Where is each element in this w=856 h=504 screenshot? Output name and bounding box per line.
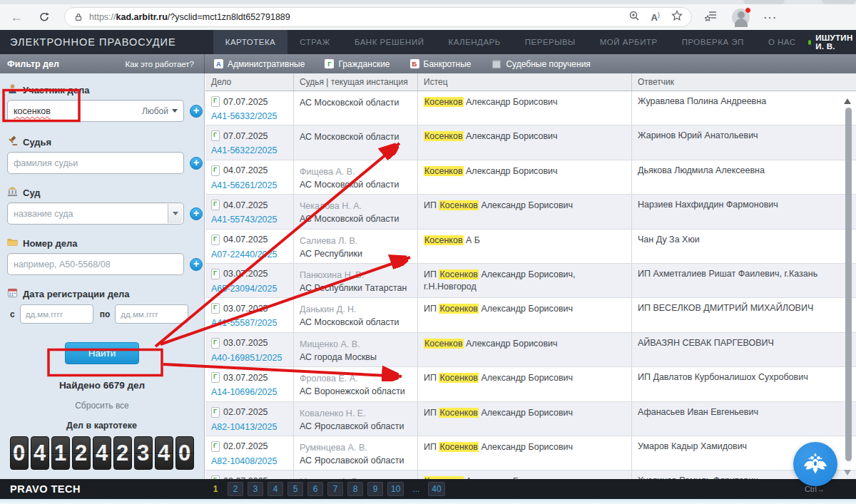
column-header-judge[interactable]: Судья | текущая инстанция [294, 73, 418, 91]
page-button[interactable]: 1 [208, 482, 223, 496]
court-name: АС города Москвы [300, 351, 412, 364]
table-row[interactable]: Г 04.07.2025 А41-55743/2025 Чекалова Н. … [205, 195, 856, 229]
lock-icon[interactable] [73, 12, 83, 22]
notification-dot [745, 7, 751, 14]
page-button[interactable]: 8 [347, 482, 363, 496]
back-icon[interactable]: ← [10, 11, 23, 24]
case-number-link[interactable]: А41-56261/2025 [211, 180, 277, 190]
case-number-link[interactable]: А82-10408/2025 [211, 456, 277, 466]
judge-input[interactable] [7, 152, 184, 174]
table-row[interactable]: Г 02.07.2025 А82-10408/2025 Румянцева А.… [205, 436, 856, 470]
nav-tab[interactable]: СТРАЖ [287, 30, 342, 54]
table-row[interactable]: Г 03.07.2025 А65-23094/2025 Панюхина Н. … [205, 264, 856, 298]
nav-tab[interactable]: БАНК РЕШЕНИЙ [342, 30, 437, 54]
nav-tab[interactable]: ПРОВЕРКА ЭП [670, 30, 756, 54]
defendant: Нарзиев Нахфиддин Фармонович [632, 195, 856, 228]
case-type-tab[interactable]: ГГражданские [325, 59, 389, 69]
page-button[interactable]: 10 [387, 482, 404, 496]
add-case-number-button[interactable]: + [190, 258, 203, 271]
browser-menu-icon[interactable]: ··· [764, 12, 778, 23]
counter-digit: 4 [155, 436, 173, 470]
table-row[interactable]: Г 03.07.2025 А14-10696/2025 Фролова Е. А… [205, 367, 856, 401]
favorite-star-icon[interactable] [671, 10, 683, 24]
collections-icon[interactable] [705, 10, 718, 24]
table-row[interactable]: Г 02.07.2025 А82-10413/2025 Коваленко Н.… [205, 402, 856, 436]
civil-case-icon: Г [211, 338, 220, 349]
participant-role-dropdown[interactable]: Любой [142, 106, 178, 116]
nav-tab[interactable]: О НАС [756, 30, 808, 54]
case-number-link[interactable]: А07-22440/2025 [211, 250, 277, 259]
add-court-button[interactable]: + [190, 207, 203, 220]
scroll-up-icon[interactable] [844, 98, 851, 104]
reset-all-link[interactable]: Сбросить все [0, 401, 204, 411]
page-button[interactable]: 5 [287, 482, 303, 496]
nav-tab[interactable]: МОЙ АРБИТР [588, 30, 670, 54]
refresh-icon[interactable] [39, 11, 50, 23]
plaintiff: ИП Косенков Александр Борисович, г.Н.Нов… [418, 264, 632, 297]
page-button[interactable]: 9 [367, 482, 383, 496]
avatar-bust [735, 19, 748, 27]
address-bar[interactable]: https://kad.arbitr.ru/?ysclid=mct1zn8ldt… [64, 7, 692, 27]
case-number-link[interactable]: А82-10413/2025 [211, 422, 277, 432]
court-orders-checkbox[interactable]: Судебные поручения [492, 59, 590, 69]
case-type-tab[interactable]: ААдминистративные [214, 59, 305, 69]
read-aloud-icon[interactable]: A) [651, 11, 660, 23]
case-number-link[interactable]: А65-23094/2025 [211, 284, 277, 294]
search-button[interactable]: Найти [65, 342, 139, 364]
page-button[interactable]: 2 [228, 482, 243, 496]
checkbox-label: Судебные поручения [506, 59, 590, 69]
case-number-link[interactable]: А41-56332/2025 [211, 111, 277, 121]
column-header-plaintiff[interactable]: Истец [418, 73, 632, 91]
column-header-defendant[interactable]: Ответчик [632, 73, 856, 91]
scroll-down-icon[interactable] [844, 470, 851, 475]
select-arrow-icon[interactable] [168, 204, 183, 223]
case-number-input[interactable] [7, 253, 184, 275]
participant-icon [7, 83, 18, 96]
state-emblem-button[interactable] [793, 442, 837, 486]
case-number-link[interactable]: А41-55743/2025 [211, 215, 277, 225]
table-row[interactable]: Г 02.07.2025 Мищенко А. В. Косенков Алек… [205, 470, 856, 479]
case-date: 03.07.2025 [223, 338, 268, 348]
page-button[interactable]: 7 [327, 482, 343, 496]
table-row[interactable]: Г 03.07.2025 А40-169851/2025 Мищенко А. … [205, 333, 856, 367]
court-name: АС Республики Башкортостан [300, 247, 412, 263]
case-number-link[interactable]: А40-169851/2025 [211, 353, 282, 363]
highlighted-term: Косенков [439, 269, 479, 279]
table-row[interactable]: Г 07.07.2025 А41-56322/2025 АС Московско… [205, 125, 856, 160]
table-scrollbar[interactable] [845, 108, 852, 461]
date-to-input[interactable] [115, 304, 188, 324]
checkbox-icon[interactable] [492, 60, 501, 68]
how-it-works-link[interactable]: Как это работает? [126, 60, 194, 68]
case-type-tab[interactable]: ББанкротные [410, 59, 472, 69]
case-type-icon: Б [410, 59, 419, 68]
civil-case-icon: Г [211, 303, 220, 314]
court-select[interactable]: название суда [7, 202, 184, 225]
zoom-icon[interactable] [628, 10, 640, 24]
add-judge-button[interactable]: + [190, 157, 203, 170]
case-date: 07.07.2025 [223, 97, 268, 107]
case-number-link[interactable]: А14-10696/2025 [211, 387, 277, 397]
highlighted-term: Косенков [439, 373, 479, 383]
participant-input[interactable]: косенков Любой [7, 100, 184, 122]
case-number-link[interactable]: А41-56322/2025 [211, 145, 277, 155]
add-participant-button[interactable]: + [190, 105, 203, 118]
page-button[interactable]: 6 [307, 482, 323, 496]
nav-tab[interactable]: КАРТОТЕКА [213, 30, 288, 54]
table-row[interactable]: Г 04.07.2025 А07-22440/2025 Салиева Л. В… [205, 230, 856, 264]
page-button[interactable]: 4 [268, 482, 283, 496]
nav-tab[interactable]: ПЕРЕРЫВЫ [513, 30, 588, 54]
plaintiff: Косенков Александр Борисович [418, 91, 632, 125]
column-header-case[interactable]: Дело [205, 73, 294, 91]
profile-avatar[interactable] [732, 9, 750, 26]
table-row[interactable]: Г 04.07.2025 А41-56261/2025 Фищева А. В.… [205, 160, 856, 195]
page-button[interactable]: 40 [428, 482, 444, 496]
page-button[interactable]: 3 [248, 482, 263, 496]
table-row[interactable]: Г 07.07.2025 А41-56332/2025 АС Московско… [205, 91, 856, 125]
bottom-bar: PRAVO TECH 12345678910...40 Ctrl→ [0, 479, 856, 499]
case-number-link[interactable]: А41-55587/2025 [211, 318, 277, 328]
table-row[interactable]: Г 03.07.2025 А41-55587/2025 Данькин Д. Н… [205, 298, 856, 332]
highlighted-term: Косенков [424, 131, 464, 141]
date-from-input[interactable] [20, 304, 93, 324]
defendant: ИП Давлатов Курбоналишох Сухробович [632, 367, 856, 401]
nav-tab[interactable]: КАЛЕНДАРЬ [436, 30, 512, 54]
